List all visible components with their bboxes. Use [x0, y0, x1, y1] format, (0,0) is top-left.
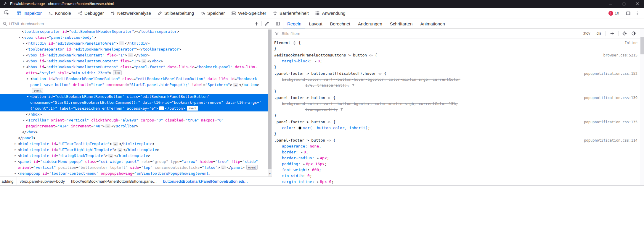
- overridden-filter-icon[interactable]: [351, 83, 355, 89]
- css-declaration[interactable]: min-width: 0;: [272, 173, 640, 179]
- scrollbar-thumb[interactable]: [268, 30, 272, 169]
- sidebar-tab-regeln[interactable]: Regeln: [283, 19, 305, 28]
- html-search-input[interactable]: [9, 19, 251, 28]
- collapse-arrow-icon[interactable]: ▼: [22, 64, 25, 70]
- overridden-filter-icon[interactable]: [340, 107, 343, 113]
- tool-tab-network[interactable]: Netzwerkanalyse: [107, 8, 154, 19]
- collapsed-content-ellipsis[interactable]: …: [118, 148, 123, 152]
- markup-line[interactable]: oncommand="StarUI.removeBookmarkButtonCo…: [0, 100, 268, 106]
- expand-arrow-icon[interactable]: ▶: [14, 171, 17, 176]
- pseudo-class-panel-toggle-button[interactable]: :hov: [581, 30, 592, 36]
- markup-line[interactable]: ▶<button id="editBookmarkPanelDoneButton…: [0, 76, 268, 82]
- scrollbar-thumb[interactable]: [640, 37, 644, 54]
- markup-line[interactable]: pageincrement="414" increment="48">…</sc…: [0, 123, 268, 129]
- markup-line[interactable]: {"count":1}" label="Lesezeichen entferne…: [0, 106, 268, 111]
- collapsed-content-ellipsis[interactable]: …: [119, 41, 124, 45]
- markup-line[interactable]: </hbox>: [0, 111, 268, 117]
- css-declaration[interactable]: padding: ▶8px 16px;: [272, 161, 640, 167]
- css-declaration[interactable]: background-color: var(--button-hover-bgc…: [272, 77, 640, 82]
- collapsed-content-ellipsis[interactable]: …: [159, 106, 164, 110]
- stylesheet-source-link[interactable]: Inline: [625, 40, 637, 46]
- rule-selector[interactable]: .panel-footer > button: [274, 119, 325, 125]
- dock-options-button[interactable]: [624, 9, 633, 18]
- markup-line[interactable]: ▶<html:div id="editBookmarkPanelInfoArea…: [0, 40, 268, 46]
- collapsed-content-ellipsis[interactable]: …: [105, 124, 110, 128]
- breadcrumb-item[interactable]: adding: [0, 177, 17, 186]
- markup-line[interactable]: ▶<button id="editBookmarkPanelRemoveButt…: [0, 94, 268, 100]
- markup-line[interactable]: ▶<html:template id="dialogStackTemplate"…: [0, 153, 268, 159]
- rule-selector[interactable]: .panel-footer > button: [274, 137, 325, 143]
- rule-selector[interactable]: .panel-footer > button: [274, 95, 325, 101]
- markup-line[interactable]: </panel>: [0, 135, 268, 141]
- sidebar-tab-animationen[interactable]: Animationen: [416, 19, 449, 28]
- stylesheet-source-link[interactable]: popupnotification.css:139: [584, 95, 637, 101]
- scroll-down-arrow-icon[interactable]: ▼: [268, 172, 272, 176]
- selector-highlighter-icon[interactable]: [369, 54, 373, 57]
- tool-tab-memory[interactable]: Speicher: [197, 8, 228, 19]
- css-declaration[interactable]: background-color: var(--button-bgcolor, …: [272, 101, 640, 107]
- light-scheme-simulation-button[interactable]: [621, 30, 629, 37]
- markup-line[interactable]: ▶<panel id="sidebarMenu-popup" class="cu…: [0, 159, 268, 165]
- collapsed-content-ellipsis[interactable]: …: [108, 154, 113, 158]
- css-declaration[interactable]: color: var(--button-color, inherit);: [272, 125, 640, 131]
- expand-arrow-icon[interactable]: ▶: [14, 159, 17, 165]
- sidebar-tab-schriftarten[interactable]: Schriftarten: [386, 19, 417, 28]
- expand-arrow-icon[interactable]: ▶: [22, 117, 25, 123]
- expand-shorthand-icon[interactable]: ▶: [315, 59, 317, 64]
- breadcrumb-item[interactable]: hbox#editBookmarkPanelBottomButtons.pane…: [68, 177, 160, 186]
- collapsed-content-ellipsis[interactable]: …: [233, 83, 238, 87]
- rule-selector[interactable]: Element: [274, 40, 290, 46]
- color-swatch[interactable]: [298, 127, 301, 129]
- selector-highlighter-icon[interactable]: [327, 139, 331, 142]
- breadcrumb-item[interactable]: button#editBookmarkPanelRemoveButton.edi…: [160, 177, 251, 186]
- css-declaration[interactable]: margin-inline: ▶8px 0;: [272, 179, 640, 185]
- error-count-badge[interactable]: ! 10: [608, 11, 619, 16]
- collapse-arrow-icon[interactable]: ▼: [18, 35, 21, 40]
- markup-line[interactable]: ▶<scrollbar orient="vertical" clickthrou…: [0, 117, 268, 123]
- rule-selector[interactable]: .panel-footer > button:not([disabled]):h…: [274, 71, 376, 77]
- selector-highlighter-icon[interactable]: [327, 96, 331, 100]
- rule-selector[interactable]: #editBookmarkPanelBottomButtons > button: [274, 52, 367, 58]
- tool-tab-styleeditor[interactable]: Stilbearbeitung: [154, 8, 197, 19]
- tool-tab-inspector[interactable]: Inspektor: [13, 8, 45, 19]
- markup-scrollbar[interactable]: ▼: [268, 29, 272, 176]
- expand-shorthand-icon[interactable]: ▶: [317, 155, 319, 161]
- tool-tab-console[interactable]: Konsole: [45, 8, 74, 19]
- maximize-button[interactable]: [617, 0, 631, 8]
- selector-highlighter-icon[interactable]: [293, 41, 296, 45]
- sidebar-tab-berechnet[interactable]: Berechnet: [326, 19, 354, 28]
- collapsed-content-ellipsis[interactable]: …: [113, 142, 118, 146]
- expand-shorthand-icon[interactable]: ▶: [303, 161, 305, 167]
- expand-arrow-icon[interactable]: ▶: [26, 94, 30, 100]
- markup-line[interactable]: ▶<vbox id="editBookmarkPanelBottomConten…: [0, 58, 268, 64]
- collapsed-content-ellipsis[interactable]: …: [142, 59, 147, 63]
- markup-line[interactable]: ▶<html:template id="UITourTooltipTemplat…: [0, 141, 268, 147]
- expand-shorthand-icon[interactable]: ▶: [301, 150, 303, 155]
- tool-tab-application[interactable]: Anwendung: [312, 8, 349, 19]
- markup-line[interactable]: ▼<vbox class="panel-subview-body">: [0, 35, 268, 40]
- style-filter-input[interactable]: [282, 31, 580, 36]
- stylesheet-source-link[interactable]: browser.css:5215: [603, 52, 637, 58]
- markup-line[interactable]: <toolbarseparator id="editBookmarkPanelS…: [0, 46, 268, 52]
- markup-line[interactable]: event: [0, 88, 268, 94]
- css-declaration[interactable]: appearance: none;: [272, 143, 640, 149]
- stylesheet-source-link[interactable]: popupnotification.css:114: [584, 137, 637, 143]
- sidebar-tab-layout[interactable]: Layout: [305, 19, 326, 28]
- markup-line[interactable]: ▶<html:template id="UITourHighlightTempl…: [0, 147, 268, 153]
- stylesheet-source-link[interactable]: popupnotification.css:152: [584, 71, 637, 77]
- selector-highlighter-icon[interactable]: [327, 120, 331, 124]
- markup-line[interactable]: <toolbarseparator id="editBookmarkHeader…: [0, 29, 268, 35]
- markup-line[interactable]: ▼<hbox id="editBookmarkPanelBottomButton…: [0, 64, 268, 70]
- selector-highlighter-icon[interactable]: [378, 72, 382, 76]
- markup-line[interactable]: </vbox>: [0, 129, 268, 135]
- pick-element-button[interactable]: [0, 8, 13, 19]
- dark-scheme-simulation-button[interactable]: [630, 30, 637, 37]
- close-button[interactable]: [631, 0, 644, 8]
- markup-line[interactable]: panel-save-button" default="true" oncomm…: [0, 82, 268, 88]
- breadcrumb-item[interactable]: vbox.panel-subview-body: [17, 177, 68, 186]
- rules-scrollbar[interactable]: [640, 29, 644, 186]
- expand-arrow-icon[interactable]: ▶: [22, 40, 25, 46]
- markup-line[interactable]: ▶<menupopup id="toolbar-context-menu" on…: [0, 171, 268, 176]
- expand-arrow-icon[interactable]: ▶: [14, 153, 17, 159]
- markup-line[interactable]: orient="vertical" position="bottomcenter…: [0, 165, 268, 171]
